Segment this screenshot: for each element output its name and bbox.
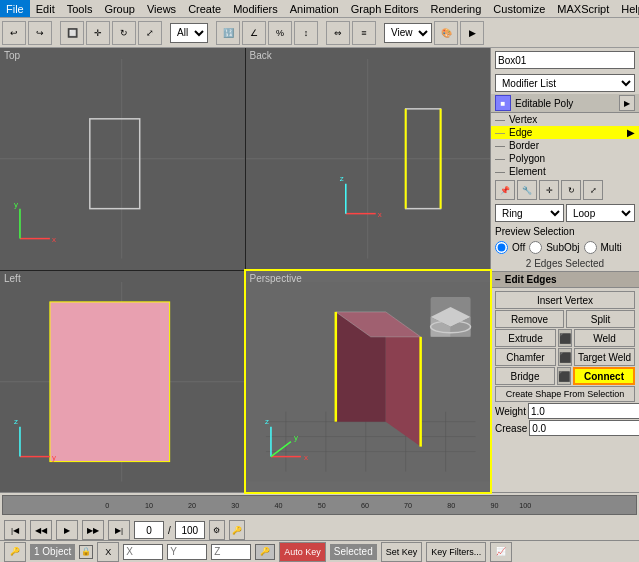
insert-vertex-button[interactable]: Insert Vertex [495,291,635,309]
time-config-button[interactable]: ⚙ [209,520,225,540]
align-button[interactable]: ≡ [352,21,376,45]
y-coord-input[interactable] [167,544,207,560]
wrench-icon[interactable]: 🔧 [517,180,537,200]
select-button[interactable]: 🔲 [60,21,84,45]
menu-modifiers[interactable]: Modifiers [227,0,284,17]
move-icon[interactable]: ✛ [539,180,559,200]
angle-snap-button[interactable]: ∠ [242,21,266,45]
quick-render-button[interactable]: ▶ [460,21,484,45]
snap-button[interactable]: 🔢 [216,21,240,45]
create-shape-button[interactable]: Create Shape From Selection [495,386,635,402]
timeline-track[interactable]: 0 10 20 30 40 50 60 70 80 90 100 [2,495,637,515]
menu-animation[interactable]: Animation [284,0,345,17]
main-toolbar: ↩ ↪ 🔲 ✛ ↻ ⤢ All 🔢 ∠ % ↕ ⇔ ≡ View 🎨 ▶ [0,18,639,48]
move-button[interactable]: ✛ [86,21,110,45]
next-key-button[interactable]: ▶▶ [82,520,104,540]
menu-edit[interactable]: Edit [30,0,61,17]
menu-tools[interactable]: Tools [61,0,99,17]
create-key-button[interactable]: 🔑 [4,542,26,562]
svg-text:40: 40 [275,501,283,510]
editable-poly-row[interactable]: ■ Editable Poly ▶ [491,94,639,113]
target-weld-button[interactable]: Target Weld [574,348,635,366]
radio-off[interactable] [495,241,508,254]
menu-file[interactable]: File [0,0,30,17]
subobj-polygon[interactable]: — Polygon [491,152,639,165]
loop-select[interactable]: Loop [566,204,635,222]
collapse-icon: − [495,274,501,285]
selected-field: Selected [330,544,377,560]
subobj-element[interactable]: — Element [491,165,639,178]
subobj-border[interactable]: — Border [491,139,639,152]
menu-create[interactable]: Create [182,0,227,17]
svg-text:y: y [293,432,297,441]
svg-text:0: 0 [105,501,109,510]
edit-edges-header[interactable]: − Edit Edges [491,271,639,288]
menu-customize[interactable]: Customize [487,0,551,17]
scale-button[interactable]: ⤢ [138,21,162,45]
total-frames-input[interactable] [175,521,205,539]
scale-icon[interactable]: ⤢ [583,180,603,200]
svg-text:50: 50 [318,501,326,510]
key-filters-button[interactable]: Key Filters... [426,542,486,562]
menu-views[interactable]: Views [141,0,182,17]
menu-maxscript[interactable]: MAXScript [551,0,615,17]
editable-poly-expand[interactable]: ▶ [619,95,635,111]
undo-button[interactable]: ↩ [2,21,26,45]
ring-select[interactable]: Ring [495,204,564,222]
menu-help[interactable]: Help [615,0,639,17]
svg-text:60: 60 [361,501,369,510]
prev-key-button[interactable]: ◀◀ [30,520,52,540]
percent-snap-button[interactable]: % [268,21,292,45]
weld-button[interactable]: Weld [574,329,635,347]
viewport-back[interactable]: Back x z [246,48,491,270]
lock-icon[interactable]: 🔒 [79,545,93,559]
radio-subobj[interactable] [529,241,542,254]
view-select[interactable]: View [384,23,432,43]
prev-frame-button[interactable]: |◀ [4,520,26,540]
rotate-icon[interactable]: ↻ [561,180,581,200]
chamfer-button[interactable]: Chamfer [495,348,556,366]
render-button[interactable]: 🎨 [434,21,458,45]
spinner-snap-button[interactable]: ↕ [294,21,318,45]
svg-text:z: z [14,416,18,425]
viewport-perspective[interactable]: Perspective [246,271,491,493]
x-transform-lock[interactable]: X [97,542,119,562]
reference-coord-select[interactable]: All [170,23,208,43]
menu-rendering[interactable]: Rendering [425,0,488,17]
chamfer-settings-button[interactable]: ⬛ [558,348,572,366]
remove-button[interactable]: Remove [495,310,564,328]
modifier-list-select[interactable]: Modifier List [495,74,635,92]
crease-input[interactable] [529,420,639,436]
svg-text:y: y [14,200,18,209]
svg-text:z: z [264,416,268,425]
current-frame-input[interactable] [134,521,164,539]
viewport-left[interactable]: Left y z [0,271,245,493]
extrude-settings-button[interactable]: ⬛ [558,329,572,347]
menu-graph-editors[interactable]: Graph Editors [345,0,425,17]
bridge-settings-button[interactable]: ⬛ [557,367,571,385]
x-coord-input[interactable] [123,544,163,560]
mirror-button[interactable]: ⇔ [326,21,350,45]
viewport-top[interactable]: Top x y [0,48,245,270]
weight-input[interactable] [528,403,639,419]
extrude-button[interactable]: Extrude [495,329,556,347]
key-mode-button[interactable]: 🔑 [229,520,245,540]
pin-icon[interactable]: 📌 [495,180,515,200]
set-key-button[interactable]: Set Key [381,542,423,562]
menu-group[interactable]: Group [98,0,141,17]
split-button[interactable]: Split [566,310,635,328]
next-frame-button[interactable]: ▶| [108,520,130,540]
redo-button[interactable]: ↪ [28,21,52,45]
mini-curve-editor-button[interactable]: 📈 [490,542,512,562]
subobj-vertex[interactable]: — Vertex [491,113,639,126]
subobj-edge[interactable]: — Edge ▶ [491,126,639,139]
z-coord-input[interactable] [211,544,251,560]
rotate-button[interactable]: ↻ [112,21,136,45]
auto-key-button[interactable]: Auto Key [279,542,326,562]
object-name-input[interactable] [495,51,635,69]
bridge-button[interactable]: Bridge [495,367,555,385]
preview-selection-label: Preview Selection [491,224,639,239]
radio-multi[interactable] [584,241,597,254]
play-button[interactable]: ▶ [56,520,78,540]
connect-button[interactable]: Connect [573,367,635,385]
